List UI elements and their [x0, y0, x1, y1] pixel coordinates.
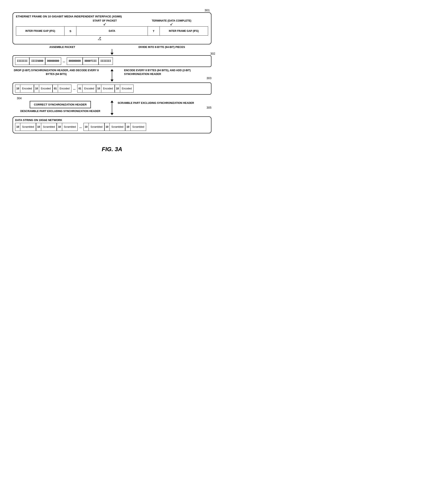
encoded-pair-6: 10 Encoded	[115, 85, 134, 93]
scrambled-data-1: Scrambled	[20, 123, 36, 131]
piece-cell-4: DDDDDDDD	[67, 57, 83, 65]
ref-304: 304	[17, 96, 22, 100]
scrambled-pair-4: 10 Scrambled	[83, 123, 104, 131]
figure-label: FIG. 3A	[102, 146, 122, 153]
bidir-down-arrow	[111, 80, 113, 82]
data-string-box: DATA STRING ON 10GbE NETWORK 10 Scramble…	[13, 116, 211, 133]
encoded-hdr-3: 01	[53, 85, 58, 92]
data-string-label: DATA STRING ON 10GbE NETWORK	[15, 118, 209, 122]
data-double-arrow: ⦨	[97, 36, 101, 41]
encoded-pair-4: 01 Encoded	[77, 85, 96, 93]
scrambled-hdr-6: 10	[125, 123, 130, 131]
ref-301: 301	[205, 8, 210, 12]
decode-label: DROP (2-BIT) SYNCHRONIZATION HEADER, AND…	[13, 69, 100, 76]
scrambled-data-6: Scrambled	[131, 123, 146, 131]
sop-arrow: ↙	[103, 22, 106, 26]
scrambled-ellipsis: ...	[78, 125, 83, 128]
scrambled-pair-6: 10 Scrambled	[125, 123, 146, 131]
eth-frame-title: ETHERNET FRAME ON 10 GIGABIT MEDIA INDEP…	[16, 15, 208, 18]
encoded-data-2: Encoded	[39, 85, 52, 92]
ifg-right-cell: INTER FRAME GAP (IFG)	[160, 27, 208, 35]
s-cell: S	[64, 27, 76, 35]
encoded-data-3: Encoded	[58, 85, 71, 92]
ref-label-row: 301	[13, 8, 211, 12]
ifg-left-cell: INTER FRAME GAP (IFG)	[16, 27, 64, 35]
scrambled-hdr-2: 10	[36, 123, 41, 131]
data-cell: DATA	[76, 27, 148, 35]
encoded-row: 10 Encoded 10 Encoded 01 Encoded ... 01 …	[15, 85, 209, 93]
piece-cell-3: DDDDDDDD	[45, 57, 61, 65]
encoded-hdr-4: 01	[78, 85, 82, 92]
ref-305: 305	[207, 106, 211, 109]
terminate-label: TERMINATE (DATA COMPLETE)	[152, 19, 191, 22]
encoded-box: 10 Encoded 10 Encoded 01 Encoded ... 01 …	[13, 82, 211, 95]
scrambled-hdr-1: 10	[15, 123, 20, 131]
sop-label: START OF PACKET	[93, 19, 117, 22]
encoded-ellipsis: ...	[71, 87, 77, 90]
sync-bidir-up	[111, 100, 113, 103]
encoded-hdr-5: 10	[96, 85, 101, 92]
sync-bidir-down	[111, 113, 113, 115]
assemble-label: ASSEMBLE PACKET	[49, 46, 75, 48]
encoded-hdr-2: 10	[34, 85, 39, 92]
encoded-pair-3: 01 Encoded	[52, 85, 71, 93]
scrambled-data-3: Scrambled	[62, 123, 78, 131]
pieces-ellipsis: ...	[61, 60, 67, 63]
scramble-label: SCRAMBLE PART EXCLUDING SYNCHRONIZATION …	[118, 101, 194, 105]
encoded-data-4: Encoded	[82, 85, 96, 92]
scrambled-data-2: Scrambled	[41, 123, 57, 131]
piece-cell-6: IIIIIII	[99, 57, 113, 65]
piece-cell-2: IIIISDDD	[29, 57, 45, 65]
encoded-data-6: Encoded	[120, 85, 133, 92]
scrambled-pair-2: 10 Scrambled	[36, 123, 57, 131]
scrambled-hdr-4: 10	[84, 123, 89, 131]
piece-cell-1: IIIIIII	[15, 57, 29, 65]
ref-303: 303	[207, 76, 211, 80]
encoded-pair-1: 10 Encoded	[15, 85, 34, 93]
t-cell: T	[148, 27, 160, 35]
correct-sync-label: CORRECT SYNCHRONIZATION HEADER	[34, 103, 87, 106]
encoded-data-5: Encoded	[101, 85, 114, 92]
scrambled-data-5: Scrambled	[110, 123, 125, 131]
pieces-box: 302 IIIIIII IIIISDDD DDDDDDDD ... DDDDDD…	[13, 55, 211, 67]
encoded-pair-2: 10 Encoded	[34, 85, 53, 93]
encoded-hdr-1: 10	[15, 85, 20, 92]
encode-label: ENCODE EVERY 8 BYTES (64 BITS), AND ADD …	[124, 69, 212, 76]
scrambled-pair-1: 10 Scrambled	[15, 123, 36, 131]
encoded-pair-5: 10 Encoded	[96, 85, 115, 93]
scrambled-hdr-3: 10	[57, 123, 62, 131]
diagram-container: 301 ETHERNET FRAME ON 10 GIGABIT MEDIA I…	[13, 8, 211, 153]
divide-label: DIVIDE INTO 8-BYTE (64-BIT) PIECES	[138, 46, 185, 48]
ref-302: 302	[210, 52, 215, 55]
scrambled-pair-5: 10 Scrambled	[104, 123, 125, 131]
terminate-arrow: ↙	[170, 22, 173, 26]
eth-frame-box: ETHERNET FRAME ON 10 GIGABIT MEDIA INDEP…	[13, 12, 211, 44]
center-down-arrow	[111, 53, 113, 55]
eth-data-row: INTER FRAME GAP (IFG) S DATA T INTER FRA…	[16, 26, 208, 36]
encoded-hdr-6: 10	[115, 85, 120, 92]
pieces-row: IIIIIII IIIISDDD DDDDDDDD ... DDDDDDDD D…	[15, 57, 209, 65]
scrambled-pair-3: 10 Scrambled	[57, 123, 78, 131]
encoded-data-1: Encoded	[20, 85, 33, 92]
descramble-label: DESCRAMBLE PART EXCLUDING SYNCHRONIZATIO…	[20, 110, 100, 113]
correct-sync-box: CORRECT SYNCHRONIZATION HEADER	[30, 101, 91, 108]
bidir-up-arrow	[111, 69, 113, 71]
scrambled-row: 10 Scrambled 10 Scrambled 10 Scrambled .…	[15, 123, 209, 131]
scrambled-data-4: Scrambled	[89, 123, 104, 131]
piece-cell-5: DDDDTIII	[83, 57, 99, 65]
scrambled-hdr-5: 10	[105, 123, 110, 131]
